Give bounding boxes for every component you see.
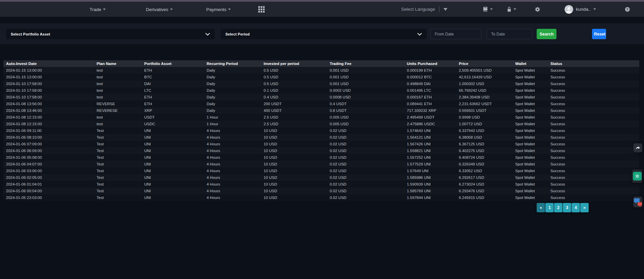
cell-plan: Test <box>94 167 142 174</box>
cell-fee: 0.001 USD <box>327 80 404 87</box>
cell-status: Success <box>548 154 639 161</box>
table-row: 2024-01-06 04:07:00TestUNI4 Hours10 USD0… <box>3 161 639 167</box>
chevron-down-icon <box>417 33 422 36</box>
cell-plan: Test <box>94 194 142 201</box>
cell-fee: 0.0002 USD <box>327 87 404 94</box>
to-date-input[interactable] <box>487 29 532 39</box>
cell-invested: 10 USD <box>261 134 327 141</box>
cell-price: 6.292617 USD <box>456 174 513 181</box>
cell-period: Daily <box>204 80 261 87</box>
cell-status: Success <box>548 87 639 94</box>
cell-units: 1.567426 UNI <box>404 141 456 147</box>
cell-status: Success <box>548 67 639 74</box>
pagination-page-4[interactable]: 4 <box>572 203 580 212</box>
cell-period: 4 Hours <box>204 181 261 188</box>
cell-wallet: Spot Wallet <box>513 147 548 154</box>
cell-plan: Test <box>94 174 142 181</box>
cell-status: Success <box>548 134 639 141</box>
pagination-page-2[interactable]: 2 <box>554 203 562 212</box>
share-shortcut-button[interactable] <box>633 143 642 152</box>
nav-trade[interactable]: Trade <box>90 7 106 12</box>
table-row: 2024-01-08 12:15:00testUSDC1 Hour2.5 USD… <box>3 121 639 127</box>
chat-bubbles-icon <box>634 198 642 206</box>
table-row: 2024-01-06 07:09:00TestUNI4 Hours10 USD0… <box>3 141 639 147</box>
cell-fee: 0.001 USD <box>327 74 404 80</box>
pagination-page-3[interactable]: 3 <box>563 203 571 212</box>
cell-date: 2024-01-06 04:07:00 <box>3 161 94 167</box>
cell-status: Success <box>548 121 639 127</box>
cell-units: 0.089441 ETH <box>404 100 456 107</box>
cell-invested: 10 USD <box>261 188 327 194</box>
nav-payments[interactable]: Payments <box>206 7 231 12</box>
pagination-prev-button[interactable]: « <box>537 203 545 212</box>
from-date-input[interactable] <box>430 29 481 39</box>
cell-fee: 0.02 USD <box>327 127 404 134</box>
reset-button[interactable]: Reset <box>592 29 606 39</box>
cell-asset: UNI <box>142 181 204 188</box>
cell-price: 6.367125 USD <box>456 141 513 147</box>
cell-asset: UNI <box>142 141 204 147</box>
pagination-next-button[interactable]: » <box>580 203 589 212</box>
cell-units: 0.498849 DAI <box>404 80 456 87</box>
cell-period: Daily <box>204 74 261 80</box>
cell-wallet: Spot Wallet <box>513 94 548 100</box>
cell-invested: 200 USDT <box>261 100 327 107</box>
cell-wallet: Spot Wallet <box>513 194 548 201</box>
cell-wallet: Spot Wallet <box>513 87 548 94</box>
column-header-invested: Invested per period <box>261 60 327 67</box>
cell-price: 6.408724 USD <box>456 154 513 161</box>
caret-down-icon <box>103 8 106 10</box>
cell-asset: USDT <box>142 114 204 121</box>
cell-plan: test <box>94 67 142 74</box>
period-select[interactable]: Select Period <box>221 29 427 39</box>
caret-down-icon <box>170 8 173 10</box>
nav-payments-label: Payments <box>206 7 226 12</box>
cell-period: Daily <box>204 94 261 100</box>
cell-date: 2024-01-06 00:04:00 <box>3 188 94 194</box>
cell-date: 2024-01-10 17:58:00 <box>3 80 94 87</box>
user-menu[interactable]: kunda.. <box>565 5 596 14</box>
cell-wallet: Spot Wallet <box>513 174 548 181</box>
help-button[interactable]: ? <box>625 6 630 12</box>
cell-fee: 0.001 USD <box>327 67 404 74</box>
cell-asset: UNI <box>142 134 204 141</box>
cell-wallet: Spot Wallet <box>513 74 548 80</box>
nav-derivatives[interactable]: Derivatives <box>146 7 173 12</box>
cell-invested: 10 USD <box>261 161 327 167</box>
cell-period: 4 Hours <box>204 194 261 201</box>
cell-units: 1.558821 UNI <box>404 147 456 154</box>
cell-asset: UNI <box>142 127 204 134</box>
table-row: 2024-01-08 12:15:00testUSDT1 Hour2.5 USD… <box>3 114 639 121</box>
cell-wallet: Spot Wallet <box>513 161 548 167</box>
cell-asset: UNI <box>142 174 204 181</box>
apps-grid-icon[interactable] <box>258 6 265 12</box>
cell-asset: UNI <box>142 188 204 194</box>
column-header-asset: Portfolio Asset <box>142 60 204 67</box>
cell-price: 6.273024 USD <box>456 181 513 188</box>
lock-icon <box>506 6 512 12</box>
cell-fee: 0.02 USD <box>327 181 404 188</box>
cell-status: Success <box>548 174 639 181</box>
cell-period: Daily <box>204 67 261 74</box>
cell-status: Success <box>548 181 639 188</box>
column-header-period: Recurring Period <box>204 60 261 67</box>
settings-button[interactable] <box>535 6 540 12</box>
cell-price: 2,384.39408 USD <box>456 94 513 100</box>
search-button[interactable]: Search <box>537 29 556 39</box>
cell-status: Success <box>548 74 639 80</box>
cell-date: 2024-01-08 12:15:00 <box>3 114 94 121</box>
language-dropdown-icon <box>443 8 447 11</box>
portfolio-asset-select[interactable]: Select Portfolio Asset <box>6 29 215 39</box>
orders-menu[interactable] <box>482 6 493 12</box>
cell-date: 2024-01-08 13:46:00 <box>3 107 94 114</box>
pagination-page-1[interactable]: 1 <box>545 203 554 212</box>
language-selector[interactable]: Select Language <box>401 6 447 12</box>
table-row: 2024-01-05 23:03:00TestUNI4 Hours10 USD0… <box>3 194 639 201</box>
cell-fee: 0.8 USDT <box>327 107 404 114</box>
cell-units: 1.585769 UNI <box>404 188 456 194</box>
chatgpt-extension-button[interactable] <box>632 169 642 183</box>
chat-extension-button[interactable] <box>633 197 642 207</box>
security-menu[interactable] <box>506 6 516 12</box>
nav-derivatives-label: Derivatives <box>146 7 168 12</box>
cell-invested: 10 USD <box>261 181 327 188</box>
